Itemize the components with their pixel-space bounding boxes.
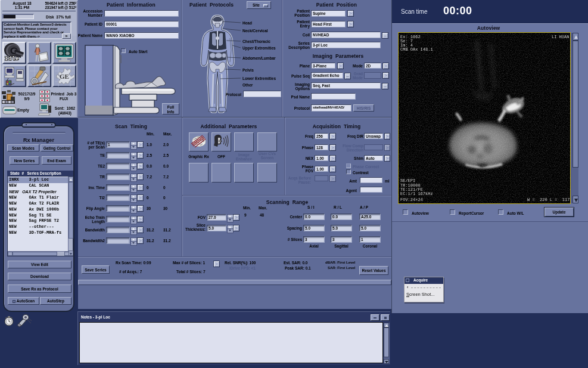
svg-text:SE/EPI: SE/EPI [400, 178, 415, 183]
svg-text:LI HUAN: LI HUAN [552, 35, 569, 39]
svg-text:CMB OAx I48.1: CMB OAx I48.1 [400, 47, 433, 52]
svg-text:W = 220 L = 117: W = 220 L = 117 [527, 197, 570, 202]
svg-text:FOV:24×24: FOV:24×24 [400, 197, 423, 202]
svg-text:Idle: Idle [5, 56, 19, 62]
svg-text:EC:1/1 167kHz: EC:1/1 167kHz [400, 191, 433, 196]
svg-text:GE: GE [60, 73, 69, 80]
